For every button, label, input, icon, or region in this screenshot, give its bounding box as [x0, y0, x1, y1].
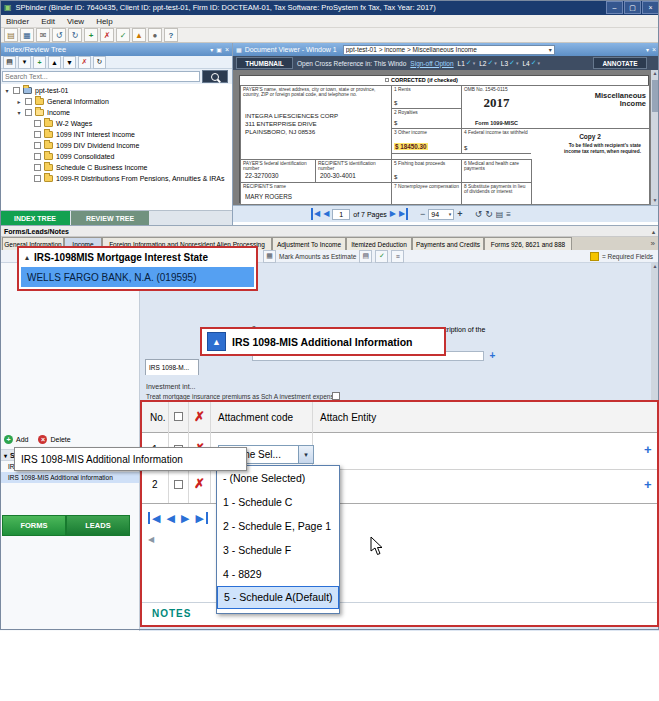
tree-row[interactable]: 1099 Consolidated: [0, 151, 232, 162]
zoom-out-icon[interactable]: −: [420, 209, 425, 219]
tree-item-label[interactable]: 1099-R Distributions From Pensions, Annu…: [56, 175, 224, 182]
tree-row[interactable]: 1099 DIV Dividend Income: [0, 140, 232, 151]
annotate-button[interactable]: ANNOTATE: [593, 57, 647, 69]
tab-payments-and-credits[interactable]: Payments and Credits: [412, 237, 484, 250]
signoff-level-l2[interactable]: L2 ✓ ▾: [479, 59, 497, 67]
scroll-up-icon[interactable]: ▲: [651, 70, 659, 78]
rotate-left-icon[interactable]: ↺: [475, 209, 483, 219]
row-add-icon[interactable]: +: [644, 442, 652, 457]
tree-up-icon[interactable]: ▲: [48, 56, 61, 69]
estimate-icon[interactable]: ▦: [263, 250, 276, 263]
more-icon[interactable]: ≡: [506, 210, 511, 219]
mark-estimate-label[interactable]: Mark Amounts as Estimate: [279, 253, 356, 260]
confirm-icon[interactable]: ✓: [375, 250, 388, 263]
tree-root-row[interactable]: ▾ ppt-test-01: [0, 85, 232, 96]
first-page-icon[interactable]: ◀: [311, 208, 320, 220]
collapse-up-icon[interactable]: ▴: [25, 253, 29, 262]
save-icon[interactable]: ▦: [20, 28, 34, 42]
chevron-down-icon[interactable]: ▾: [449, 211, 452, 217]
add-icon[interactable]: +: [84, 28, 98, 42]
zoom-in-icon[interactable]: +: [457, 209, 462, 219]
prev-record-icon[interactable]: ◀: [166, 512, 174, 524]
menu-edit[interactable]: Edit: [41, 17, 55, 26]
row-delete-icon[interactable]: ✗: [194, 476, 205, 491]
prev-page-icon[interactable]: ◀: [323, 208, 329, 220]
tree-item-label[interactable]: 1099 Consolidated: [56, 153, 114, 160]
redo-icon[interactable]: ↻: [68, 28, 82, 42]
leads-tab-button[interactable]: LEADS: [66, 515, 130, 536]
dropdown-option-8829[interactable]: 4 - 8829: [217, 562, 339, 586]
tree-item-label[interactable]: ppt-test-01: [35, 87, 68, 94]
dropdown-option-schedule-c[interactable]: 1 - Schedule C: [217, 490, 339, 514]
open-binder-icon[interactable]: ▤: [4, 28, 18, 42]
calc-icon[interactable]: ▤: [359, 250, 372, 263]
thumbnail-button[interactable]: THUMBNAIL: [236, 57, 293, 69]
tree-row[interactable]: 1099-R Distributions From Pensions, Annu…: [0, 173, 232, 184]
tree-item-label[interactable]: 1099 INT Interest Income: [56, 131, 135, 138]
tree-item-label[interactable]: General Information: [47, 98, 109, 105]
chevron-down-icon[interactable]: ▾: [538, 60, 541, 66]
tree-item-label[interactable]: Schedule C Business Income: [56, 164, 147, 171]
undo-icon[interactable]: ↺: [52, 28, 66, 42]
search-input[interactable]: [2, 71, 200, 82]
scroll-down-icon[interactable]: ▼: [651, 197, 659, 205]
tree-list-icon[interactable]: ▤: [3, 56, 16, 69]
tab-overflow-icon[interactable]: »: [651, 239, 655, 248]
treat-premiums-checkbox[interactable]: [332, 392, 340, 400]
help-icon[interactable]: ?: [164, 28, 178, 42]
panel-menu-icon[interactable]: ▾: [210, 46, 213, 53]
expand-icon[interactable]: ▸: [16, 98, 22, 105]
tab-itemized-deduction[interactable]: Itemized Deduction: [346, 237, 412, 250]
list-icon[interactable]: ≡: [391, 250, 404, 263]
delete-icon[interactable]: ✗: [100, 28, 114, 42]
header-checkbox[interactable]: [174, 412, 183, 421]
row-checkbox[interactable]: [174, 480, 183, 489]
tree-row[interactable]: 1099 INT Interest Income: [0, 129, 232, 140]
scroll-up-icon[interactable]: ▲: [651, 263, 659, 271]
tree-row[interactable]: ▾ Income: [0, 107, 232, 118]
chevron-down-icon[interactable]: ▾: [549, 46, 552, 53]
tree-item-label[interactable]: W-2 Wages: [56, 120, 92, 127]
zoom-combo[interactable]: 94 ▾: [428, 209, 454, 220]
chevron-down-icon[interactable]: ▾: [473, 60, 476, 66]
panel-close-icon[interactable]: ×: [225, 46, 229, 53]
tab-adjustment-to-income[interactable]: Adjustment To Income: [272, 237, 346, 250]
tree-checkbox[interactable]: [34, 142, 41, 149]
dropdown-option-schedule-e[interactable]: 2 - Schedule E, Page 1: [217, 514, 339, 538]
tree-delete-icon[interactable]: ✗: [78, 56, 91, 69]
irs1098m-sub-tab[interactable]: IRS 1098-M...: [145, 359, 199, 375]
collapse-icon[interactable]: ▾: [4, 87, 10, 94]
mortgage-selected-row[interactable]: WELLS FARGO BANK, N.A. (019595): [21, 267, 254, 287]
viewer-close-icon[interactable]: ×: [652, 46, 656, 53]
next-page-icon[interactable]: ▶: [390, 208, 396, 220]
settings-icon[interactable]: ●: [148, 28, 162, 42]
section-item-1098mis-additional[interactable]: IRS 1098-MIS Additional information: [0, 472, 139, 483]
search-button[interactable]: [202, 70, 228, 83]
dropdown-option-schedule-a-default[interactable]: 5 - Schedule A(Default): [217, 586, 339, 609]
tree-item-label[interactable]: Income: [47, 109, 70, 116]
layout-icon[interactable]: ▤: [496, 210, 504, 219]
tab-review-tree[interactable]: REVIEW TREE: [71, 211, 149, 225]
viewer-scrollbar[interactable]: ▲ ▼: [651, 70, 659, 205]
flag-icon[interactable]: ▲: [132, 28, 146, 42]
forms-tab-button[interactable]: FORMS: [2, 515, 66, 536]
chevron-down-icon[interactable]: ▾: [4, 452, 7, 459]
chevron-down-icon[interactable]: ▾: [516, 60, 519, 66]
tree-row[interactable]: W-2 Wages: [0, 118, 232, 129]
tree-item-label[interactable]: 1099 DIV Dividend Income: [56, 142, 139, 149]
combo-dropdown-button[interactable]: ▾: [298, 446, 313, 463]
dropdown-option-schedule-f[interactable]: 3 - Schedule F: [217, 538, 339, 562]
menu-help[interactable]: Help: [96, 17, 112, 26]
tree-checkbox[interactable]: [34, 175, 41, 182]
viewer-menu-icon[interactable]: ▾: [646, 46, 649, 53]
tree-down-icon[interactable]: ▼: [63, 56, 76, 69]
collapse-icon[interactable]: ▾: [16, 109, 22, 116]
first-record-icon[interactable]: ◀: [148, 512, 160, 524]
document-area[interactable]: CORRECTED (if checked) PAYER'S name, str…: [233, 70, 651, 205]
breadcrumb-combo[interactable]: ppt-test-01 > income > Miscellaneous Inc…: [343, 45, 555, 55]
scroll-thumb[interactable]: [652, 80, 658, 112]
panel-collapse-icon[interactable]: ▴: [652, 228, 655, 235]
tab-index-tree[interactable]: INDEX TREE: [0, 211, 70, 225]
tab-forms-926-8621[interactable]: Forms 926, 8621 and 888: [484, 237, 572, 250]
next-record-icon[interactable]: ▶: [181, 512, 189, 524]
